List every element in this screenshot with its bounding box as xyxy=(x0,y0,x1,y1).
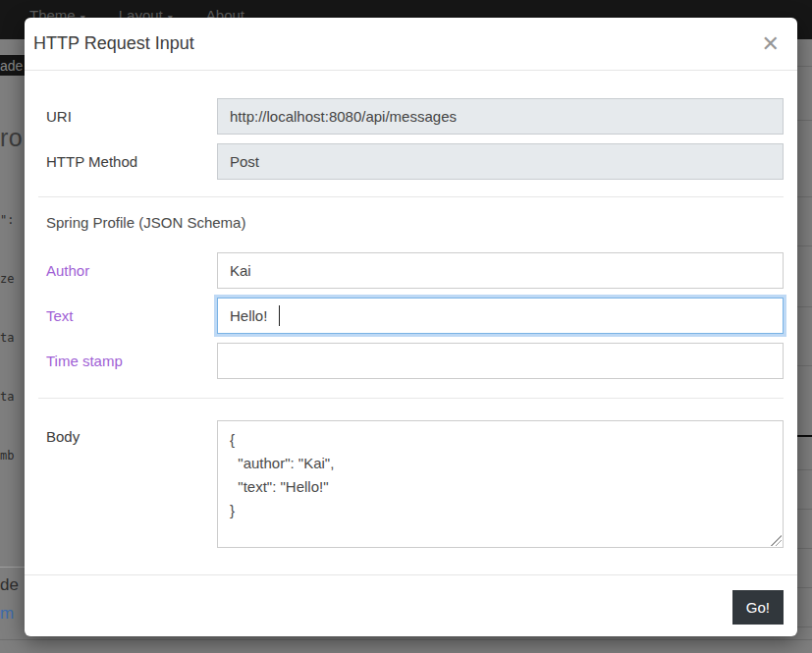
timestamp-field[interactable] xyxy=(217,343,784,379)
background-row-line xyxy=(797,365,812,366)
http-request-dialog: HTTP Request Input ✕ URI HTTP Method Spr… xyxy=(25,18,797,636)
uri-field[interactable] xyxy=(217,98,784,135)
timestamp-row: Time stamp xyxy=(38,343,784,379)
background-row-line xyxy=(797,626,812,627)
body-row: Body { "author": "Kai", "text": "Hello!"… xyxy=(38,420,784,548)
close-icon[interactable]: ✕ xyxy=(758,33,784,55)
text-cursor xyxy=(279,305,280,326)
uri-label: URI xyxy=(38,108,217,125)
dialog-footer: Go! xyxy=(25,574,797,636)
author-label: Author xyxy=(38,262,217,279)
timestamp-label: Time stamp xyxy=(38,353,217,369)
background-row-line xyxy=(797,245,812,246)
background-row-line xyxy=(797,196,812,197)
background-row-line xyxy=(797,469,812,470)
uri-row: URI xyxy=(38,98,784,135)
background-row-line xyxy=(797,509,812,510)
http-method-label: HTTP Method xyxy=(38,153,217,170)
background-row-line xyxy=(797,548,812,549)
author-row: Author xyxy=(38,252,784,289)
http-method-field[interactable] xyxy=(217,143,784,180)
schema-section-label: Spring Profile (JSON Schema) xyxy=(38,213,784,233)
background-text-fragment: de xyxy=(0,575,19,595)
body-field[interactable]: { "author": "Kai", "text": "Hello!" } xyxy=(217,420,784,548)
background-heading-fragment: ro xyxy=(0,124,23,152)
background-panel-edge: ade xyxy=(0,55,27,76)
go-button[interactable]: Go! xyxy=(732,590,784,625)
author-field[interactable] xyxy=(217,252,784,289)
divider xyxy=(38,196,784,197)
background-row-line xyxy=(797,120,812,121)
dialog-header: HTTP Request Input ✕ xyxy=(25,18,797,71)
text-row: Text xyxy=(38,298,784,334)
background-row-line xyxy=(797,587,812,588)
dialog-title: HTTP Request Input xyxy=(33,33,194,54)
background-row-line xyxy=(797,66,812,67)
text-field[interactable] xyxy=(217,298,784,334)
text-label: Text xyxy=(38,307,217,324)
background-divider xyxy=(0,567,25,568)
http-method-row: HTTP Method xyxy=(38,143,784,180)
background-row-line xyxy=(797,435,812,437)
body-label: Body xyxy=(38,428,217,445)
divider xyxy=(38,398,784,399)
background-link-fragment: m xyxy=(0,604,14,624)
background-row-line xyxy=(0,639,812,640)
dialog-body: URI HTTP Method Spring Profile (JSON Sch… xyxy=(25,71,797,552)
background-row-line xyxy=(797,306,812,307)
